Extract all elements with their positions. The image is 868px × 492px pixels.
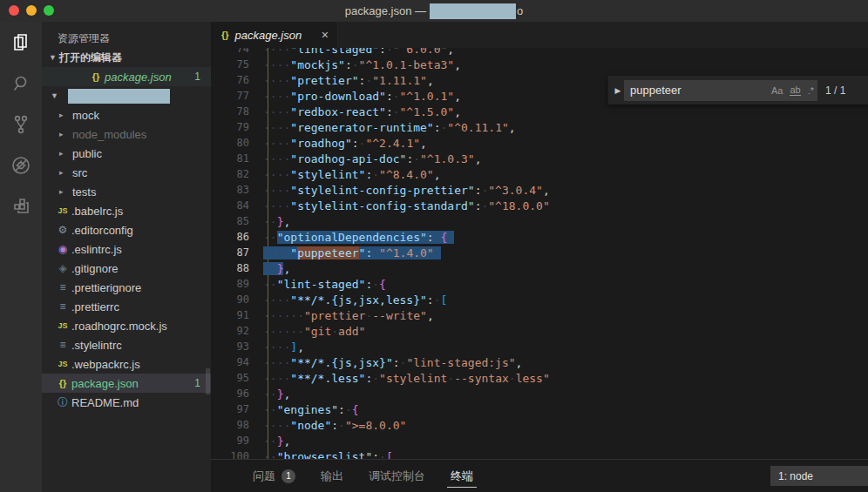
code-line-95[interactable]: 95····"**/*.less":·"stylelint·--syntax·l… [211, 370, 550, 386]
line-number: 74 [211, 48, 249, 55]
line-number: 90 [211, 293, 249, 306]
file-item--prettierignore[interactable]: ≡.prettierignore [42, 278, 211, 297]
panel-tab-label: 终端 [451, 468, 473, 484]
window-title: package.json — o [0, 3, 868, 19]
code-line-91[interactable]: 91······"prettier·--write", [211, 307, 550, 323]
code-line-84[interactable]: 84····"stylelint-config-standard":·"^18.… [211, 198, 550, 213]
line-number: 85 [211, 215, 249, 227]
line-content: ··"lint-staged":·{ [249, 278, 386, 291]
file-item--editorconfig[interactable]: ⚙.editorconfig [42, 220, 211, 239]
code-line-76[interactable]: 76····"prettier":·"1.11.1", [211, 72, 550, 88]
traffic-lights [9, 5, 54, 16]
code-line-85[interactable]: 85··}, [211, 213, 550, 229]
code-line-88[interactable]: 88··}, [211, 260, 550, 276]
lines-file-icon: ≡ [54, 339, 71, 351]
code-line-78[interactable]: 78····"redbox-react":·"^1.5.0", [211, 104, 550, 119]
code-line-92[interactable]: 92······"git·add" [211, 323, 550, 339]
whole-word-toggle[interactable]: ab [790, 84, 800, 96]
sidebar-title: 资源管理器 [42, 22, 211, 48]
code-line-90[interactable]: 90····"**/*.{js,jsx,less}":·[ [211, 292, 550, 307]
extensions-icon[interactable] [0, 185, 42, 226]
close-window-icon[interactable] [9, 5, 19, 16]
search-icon[interactable] [0, 63, 42, 104]
line-number: 93 [211, 340, 249, 353]
open-editors-section-header[interactable]: ▼ 打开的编辑器 [42, 48, 211, 67]
code-line-75[interactable]: 75····"mockjs":·"^1.0.1-beta3", [211, 57, 550, 72]
file-item--stylelintrc[interactable]: ≡.stylelintrc [42, 335, 211, 354]
redacted-workspace-name [68, 89, 170, 104]
code-line-83[interactable]: 83····"stylelint-config-prettier":·"^3.0… [211, 182, 550, 198]
folder-item-tests[interactable]: ▸tests [42, 182, 211, 201]
item-label: .editorconfig [71, 224, 133, 237]
code-line-97[interactable]: 97··"engines":·{ [211, 401, 550, 417]
line-content: ····"**/*.{js,jsx,less}":·[ [249, 293, 447, 307]
code-line-81[interactable]: 81····"roadhog-api-doc":·"^1.0.3", [211, 151, 550, 166]
file-item--webpackrc-js[interactable]: JS.webpackrc.js [42, 354, 211, 374]
code-line-79[interactable]: 79····"regenerator-runtime":·"^0.11.1", [211, 119, 550, 135]
code-line-74[interactable]: 74····"lint-staged":·"^6.0.0", [211, 48, 550, 57]
file-item--gitignore[interactable]: ◈.gitignore [42, 259, 211, 278]
panel-tab-[interactable]: 调试控制台 [369, 460, 425, 492]
folder-item-src[interactable]: ▸src [42, 163, 211, 182]
find-expand-chevron-icon[interactable]: ▶ [612, 86, 624, 95]
folder-item-node-modules[interactable]: ▸node_modules [42, 125, 211, 144]
code-line-86[interactable]: 86··"optionalDependencies":·{· [211, 229, 550, 245]
redacted-project-name [430, 3, 516, 19]
line-number: 80 [211, 137, 249, 149]
code-line-100[interactable]: 100··"browserslist":·[ [211, 448, 550, 459]
code-line-98[interactable]: 98····"node":·">=8.0.0" [211, 417, 550, 433]
line-content: ····"node":·">=8.0.0" [249, 419, 406, 432]
code-line-87[interactable]: 87····"puppeteer":·"^1.4.0"· [211, 245, 550, 260]
panel-tab-terminal-active[interactable]: 终端 [451, 460, 473, 492]
workspace-section-header[interactable]: ▼ [42, 86, 211, 105]
file-item--babelrc-js[interactable]: JS.babelrc.js [42, 201, 211, 220]
line-number: 92 [211, 325, 249, 337]
terminal-select-value: 1: node [778, 470, 813, 482]
item-label: .stylelintrc [71, 339, 122, 352]
file-item-readme-md[interactable]: ⓘREADME.md [42, 393, 211, 412]
code-line-82[interactable]: 82····"stylelint":·"^8.4.0", [211, 166, 550, 182]
terminal-select[interactable]: 1: node [770, 466, 868, 486]
code-line-89[interactable]: 89··"lint-staged":·{ [211, 276, 550, 292]
file-item--prettierrc[interactable]: ≡.prettierrc [42, 297, 211, 316]
regex-toggle[interactable]: .* [808, 85, 814, 96]
line-content: ····"stylelint-config-prettier":·"^3.0.4… [249, 184, 550, 197]
match-case-toggle[interactable]: Aa [771, 85, 783, 96]
panel-tab-[interactable]: 问题1 [253, 460, 295, 492]
source-control-icon[interactable] [0, 104, 42, 145]
code-line-96[interactable]: 96··}, [211, 386, 550, 401]
close-tab-icon[interactable]: × [322, 28, 329, 42]
find-input[interactable]: puppeteer Aa ab .* [624, 80, 817, 101]
gear-file-icon: ⚙ [54, 224, 71, 236]
file-item-package-json[interactable]: {}package.json1 [42, 374, 211, 393]
item-label: tests [72, 185, 96, 199]
item-label: .roadhogrc.mock.js [71, 320, 167, 333]
maximize-window-icon[interactable] [44, 5, 54, 16]
code-line-94[interactable]: 94····"**/*.{js,jsx}":·"lint-staged:js", [211, 354, 550, 370]
code-editor[interactable]: 74····"lint-staged":·"^6.0.0",75····"moc… [211, 48, 868, 459]
line-number: 78 [211, 105, 249, 118]
sidebar-scrollbar[interactable] [206, 368, 210, 394]
line-number: 100 [211, 450, 249, 459]
folder-item-mock[interactable]: ▸mock [42, 105, 211, 125]
code-line-77[interactable]: 77····"pro-download":·"^1.0.1", [211, 88, 550, 104]
panel-tab-[interactable]: 输出 [321, 460, 343, 492]
code-line-99[interactable]: 99··}, [211, 433, 550, 448]
line-number: 86 [211, 231, 249, 243]
code-line-93[interactable]: 93····], [211, 339, 550, 354]
code-line-80[interactable]: 80····"roadhog":·"^2.4.1", [211, 135, 550, 151]
folder-item-public[interactable]: ▸public [42, 144, 211, 163]
tab-package-json[interactable]: {} package.json × [211, 22, 338, 48]
file-badge: 1 [194, 71, 200, 83]
item-label: .prettierrc [71, 300, 119, 313]
open-editor-item-package-json[interactable]: {} package.json 1 [42, 67, 211, 86]
debug-icon[interactable] [0, 145, 42, 185]
explorer-icon[interactable] [0, 22, 42, 63]
item-label: README.md [71, 396, 139, 409]
file-item--roadhogrc-mock-js[interactable]: JS.roadhogrc.mock.js [42, 316, 211, 335]
line-number: 91 [211, 309, 249, 321]
file-badge: 1 [194, 377, 200, 389]
find-match-count: 1 / 1 [825, 84, 845, 97]
minimize-window-icon[interactable] [26, 5, 37, 16]
file-item--eslintrc-js[interactable]: ◉.eslintrc.js [42, 239, 211, 259]
